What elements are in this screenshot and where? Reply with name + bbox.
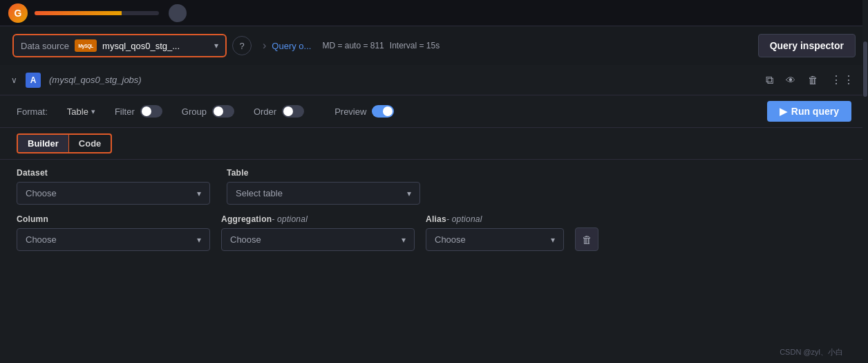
format-chevron-icon: ▾	[91, 107, 95, 116]
delete-row-button[interactable]: 🗑	[575, 227, 598, 251]
scroll-thumb[interactable]	[863, 41, 867, 97]
progress-bar	[35, 11, 159, 15]
breadcrumb-link[interactable]: Query o...	[272, 41, 311, 51]
format-select[interactable]: Table ▾	[67, 106, 95, 117]
alias-field-group: Alias- optional Choose ▾	[426, 214, 564, 251]
app-logo: G	[8, 3, 28, 23]
toggle-visibility-button[interactable]: 👁	[784, 73, 797, 87]
scrollbar[interactable]	[862, 0, 868, 363]
aggregation-label: Aggregation- optional	[221, 214, 415, 224]
table-label: Table	[227, 168, 420, 178]
alias-label: Alias- optional	[426, 214, 564, 224]
format-row: Format: Table ▾ Filter Group Order	[0, 95, 868, 128]
format-value: Table	[67, 106, 88, 117]
top-nav-bar: G	[0, 0, 868, 26]
column-placeholder: Choose	[26, 234, 57, 245]
column-dropdown[interactable]: Choose ▾	[17, 228, 210, 251]
query-row-a: ∨ A (mysql_qos0_stg_jobs) ⧉ 👁 🗑 ⋮⋮	[0, 65, 868, 95]
group-label: Group	[182, 106, 207, 117]
breadcrumb-arrow-icon: ›	[263, 39, 266, 52]
alias-chevron-icon: ▾	[551, 235, 555, 245]
alias-dropdown[interactable]: Choose ▾	[426, 228, 564, 251]
dataset-field-group: Dataset Choose ▾	[17, 168, 210, 205]
chevron-down-icon: ▾	[214, 41, 218, 50]
tab-builder[interactable]: Builder	[18, 135, 69, 152]
tabs-container: Builder Code	[17, 133, 112, 153]
aggregation-placeholder: Choose	[230, 234, 261, 245]
query-letter-badge: A	[26, 73, 41, 88]
filter-toggle-group: Filter	[115, 105, 162, 118]
dataset-placeholder: Choose	[26, 188, 57, 198]
aggregation-dropdown[interactable]: Choose ▾	[221, 228, 415, 251]
datasource-name: mysql_qos0_stg_...	[102, 41, 209, 51]
column-chevron-icon: ▾	[197, 235, 201, 245]
tab-code[interactable]: Code	[69, 135, 111, 152]
preview-toggle[interactable]	[372, 105, 394, 118]
query-name: (mysql_qos0_stg_jobs)	[49, 75, 756, 85]
delete-query-button[interactable]: 🗑	[806, 73, 820, 87]
alias-placeholder: Choose	[435, 234, 466, 245]
mysql-icon: MySQL	[75, 39, 97, 52]
more-options-button[interactable]: ⋮⋮	[829, 72, 857, 88]
table-dropdown[interactable]: Select table ▾	[227, 182, 420, 205]
tabs-row: Builder Code	[0, 128, 868, 160]
nav-avatar	[169, 4, 187, 22]
group-toggle-group: Group	[182, 105, 234, 118]
copy-query-button[interactable]: ⧉	[764, 73, 775, 88]
filter-toggle[interactable]	[140, 105, 162, 118]
run-query-icon: ▶	[780, 106, 787, 117]
dataset-table-row: Dataset Choose ▾ Table Select table ▾	[17, 168, 851, 205]
order-label: Order	[254, 106, 276, 117]
column-aggregation-alias-row: Column Choose ▾ Aggregation- optional Ch…	[17, 214, 851, 251]
watermark: CSDN @zyl、小白	[780, 347, 843, 357]
run-query-button[interactable]: ▶ Run query	[767, 101, 851, 122]
order-toggle-group: Order	[254, 105, 304, 118]
interval-meta: Interval = 15s	[390, 41, 440, 50]
order-toggle[interactable]	[282, 105, 304, 118]
table-placeholder: Select table	[236, 188, 283, 198]
query-panel: ∨ A (mysql_qos0_stg_jobs) ⧉ 👁 🗑 ⋮⋮ Forma…	[0, 65, 868, 259]
column-field-group: Column Choose ▾	[17, 214, 210, 251]
query-row-actions: ⧉ 👁 🗑 ⋮⋮	[764, 72, 857, 88]
filter-label: Filter	[115, 106, 135, 117]
breadcrumb: › Query o... MD = auto = 811 Interval = …	[252, 39, 758, 52]
data-source-label: Data source	[21, 41, 69, 51]
table-field-group: Table Select table ▾	[227, 168, 420, 205]
aggregation-field-group: Aggregation- optional Choose ▾	[221, 214, 415, 251]
collapse-icon[interactable]: ∨	[11, 75, 17, 85]
table-chevron-icon: ▾	[407, 189, 411, 198]
group-toggle[interactable]	[212, 105, 234, 118]
format-label: Format:	[17, 106, 48, 117]
dataset-label: Dataset	[17, 168, 210, 178]
help-button[interactable]: ?	[232, 36, 252, 55]
builder-content: Dataset Choose ▾ Table Select table ▾	[0, 160, 868, 259]
preview-label: Preview	[334, 106, 366, 117]
dataset-dropdown[interactable]: Choose ▾	[17, 182, 210, 205]
query-inspector-button[interactable]: Query inspector	[758, 34, 856, 57]
column-label: Column	[17, 214, 210, 224]
aggregation-chevron-icon: ▾	[402, 235, 406, 245]
dataset-chevron-icon: ▾	[197, 189, 201, 198]
header-row: Data source MySQL mysql_qos0_stg_... ▾ ?…	[0, 26, 868, 65]
data-source-selector[interactable]: Data source MySQL mysql_qos0_stg_... ▾	[12, 34, 227, 57]
md-meta: MD = auto = 811	[322, 41, 384, 50]
run-query-label: Run query	[791, 106, 839, 117]
preview-toggle-group: Preview	[334, 105, 394, 118]
